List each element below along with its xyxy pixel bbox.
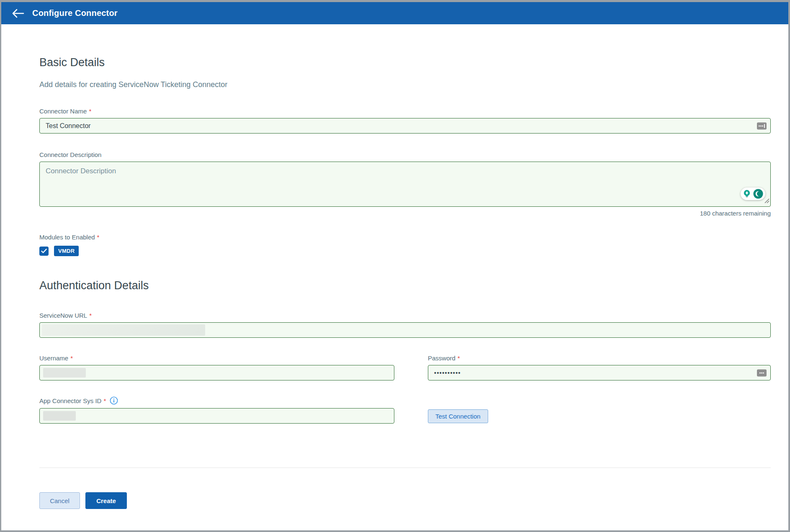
required-asterisk: * bbox=[103, 397, 106, 404]
password-label: Password * bbox=[428, 355, 771, 362]
password-field-wrap bbox=[428, 365, 771, 380]
page-header: Configure Connector bbox=[1, 2, 788, 24]
footer-divider bbox=[39, 468, 771, 468]
arrow-left-icon bbox=[12, 9, 24, 18]
connector-name-field-wrap bbox=[39, 118, 771, 134]
username-input[interactable] bbox=[39, 365, 394, 380]
password-input[interactable] bbox=[428, 365, 771, 380]
autofill-manager-icon[interactable] bbox=[757, 122, 767, 129]
sysid-row: App Connector Sys ID * bbox=[39, 396, 771, 424]
required-asterisk: * bbox=[89, 108, 91, 115]
assistant-crescent-icon[interactable] bbox=[753, 188, 764, 199]
back-button[interactable] bbox=[11, 6, 25, 21]
assistant-lightbulb-icon[interactable] bbox=[742, 189, 751, 199]
redacted-username-value bbox=[43, 368, 86, 378]
sysid-field-wrap bbox=[39, 408, 394, 424]
redacted-url-value bbox=[42, 324, 205, 336]
sysid-input[interactable] bbox=[39, 408, 394, 424]
test-connection-column: Test Connection bbox=[428, 396, 771, 424]
resize-grip-icon[interactable] bbox=[764, 198, 769, 203]
autofill-manager-icon[interactable] bbox=[757, 369, 767, 376]
sysid-label: App Connector Sys ID * bbox=[39, 396, 394, 405]
connector-name-input[interactable] bbox=[39, 118, 771, 134]
connector-name-label: Connector Name * bbox=[39, 108, 771, 115]
test-connection-button[interactable]: Test Connection bbox=[428, 409, 488, 423]
characters-remaining: 180 characters remaining bbox=[39, 210, 771, 217]
checkmark-icon bbox=[41, 249, 47, 254]
footer-actions: Cancel Create bbox=[39, 492, 771, 509]
info-circle-icon[interactable] bbox=[110, 396, 118, 405]
required-asterisk: * bbox=[97, 234, 100, 241]
module-option-row: VMDR bbox=[39, 246, 771, 256]
auth-details-heading: Authentication Details bbox=[39, 279, 771, 292]
connector-description-label: Connector Description bbox=[39, 151, 771, 158]
configure-connector-page: Configure Connector Basic Details Add de… bbox=[1, 2, 788, 530]
required-asterisk: * bbox=[70, 355, 73, 362]
connector-description-textarea[interactable] bbox=[39, 162, 771, 207]
servicenow-url-label: ServiceNow URL * bbox=[39, 312, 771, 319]
modules-label: Modules to Enabled * bbox=[39, 234, 771, 241]
page-title: Configure Connector bbox=[32, 8, 118, 18]
writing-assistant-widget[interactable] bbox=[741, 188, 765, 200]
required-asterisk: * bbox=[89, 312, 92, 319]
username-label: Username * bbox=[39, 355, 394, 362]
username-field-wrap bbox=[39, 365, 394, 380]
credentials-row: Username * Password * bbox=[39, 355, 771, 380]
sysid-column: App Connector Sys ID * bbox=[39, 396, 394, 424]
redacted-sysid-value bbox=[43, 411, 76, 421]
username-column: Username * bbox=[39, 355, 394, 380]
vmdr-badge: VMDR bbox=[54, 246, 79, 256]
vmdr-checkbox[interactable] bbox=[39, 247, 49, 256]
password-column: Password * bbox=[428, 355, 771, 380]
form-content: Basic Details Add details for creating S… bbox=[1, 56, 788, 509]
connector-description-field-wrap bbox=[39, 162, 771, 207]
basic-details-subtitle: Add details for creating ServiceNow Tick… bbox=[39, 80, 771, 89]
create-button[interactable]: Create bbox=[85, 492, 127, 509]
cancel-button[interactable]: Cancel bbox=[39, 492, 80, 509]
basic-details-heading: Basic Details bbox=[39, 56, 771, 69]
servicenow-url-field-wrap bbox=[39, 322, 771, 338]
required-asterisk: * bbox=[458, 355, 460, 362]
